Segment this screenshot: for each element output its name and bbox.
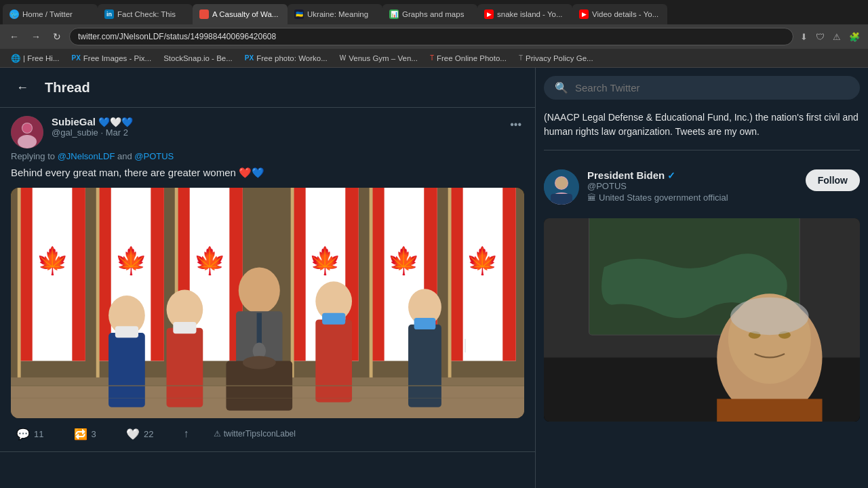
tweet-author-row: SubieGal 💙🤍💙 @gal_subie · Mar 2 ••• — [11, 116, 524, 148]
svg-point-43 — [239, 267, 280, 313]
shield-icon[interactable]: 🛡 — [813, 30, 827, 43]
follow-button[interactable]: Follow — [806, 169, 860, 191]
tweet-container: SubieGal 💙🤍💙 @gal_subie · Mar 2 ••• Repl… — [0, 108, 535, 452]
more-options-button[interactable]: ••• — [507, 116, 524, 134]
svg-text:🍁: 🍁 — [466, 245, 499, 277]
tab-casualty[interactable]: A Casualty of Wa... — [193, 4, 288, 24]
search-bar[interactable]: 🔍 — [544, 76, 860, 100]
bookmark-1[interactable]: 🌐 | Free Hi... — [5, 52, 64, 64]
heart-icon: 🤍 — [126, 428, 140, 441]
thread-title: Thread — [45, 80, 90, 96]
svg-rect-14 — [151, 188, 164, 361]
profile-meta: 🏛 United States government official — [587, 192, 797, 203]
reply-count: 11 — [34, 429, 43, 439]
bookmark-privacy[interactable]: T Privacy Policy Ge... — [513, 53, 599, 64]
tweet-avatar[interactable] — [11, 116, 43, 148]
tab-linkedin-label: Fact Check: This — [117, 10, 176, 18]
tips-label: ⚠ twitterTipsIconLabel — [214, 429, 296, 439]
like-button[interactable]: 🤍 22 — [121, 425, 159, 443]
svg-point-72 — [730, 298, 808, 335]
bookmark-freephoto-favicon: PX — [245, 54, 254, 62]
bookmark-venus[interactable]: W Venus Gym – Ven... — [334, 53, 423, 64]
extensions-icon[interactable]: 🧩 — [846, 30, 863, 43]
forward-button[interactable]: → — [27, 30, 45, 43]
alert-icon[interactable]: ⚠ — [830, 30, 844, 43]
share-button[interactable]: ↑ — [178, 425, 195, 443]
bookmark-1-favicon: 🌐 — [11, 54, 20, 63]
reload-button[interactable]: ↻ — [49, 30, 65, 43]
author-hearts: 💙🤍💙 — [98, 117, 133, 127]
graphs-tab-favicon: 📊 — [389, 9, 399, 19]
svg-rect-51 — [315, 319, 352, 402]
tab-snake[interactable]: ▶ snake island - Yo... — [477, 4, 572, 24]
svg-rect-42 — [173, 322, 196, 333]
tweet-text: Behind every great man, there are greate… — [11, 165, 524, 181]
tab-twitter[interactable]: 🐦 Home / Twitter — [3, 4, 98, 24]
search-input[interactable] — [575, 82, 849, 94]
tab-video-label: Video details - Yo... — [592, 10, 658, 18]
reply-to-jnelson[interactable]: @JNelsonLDF — [58, 151, 115, 161]
bookmark-pixabay-label: Free Images - Pix... — [83, 54, 151, 62]
ukraine-tab-favicon: 🇺🇦 — [294, 9, 304, 19]
bookmark-1-label: | Free Hi... — [23, 54, 59, 62]
share-icon: ↑ — [184, 428, 189, 440]
bookmarks-bar: 🌐 | Free Hi... PX Free Images - Pix... S… — [0, 49, 868, 68]
profile-name: President Biden ✓ — [587, 169, 797, 181]
back-thread-button[interactable]: ← — [11, 76, 34, 99]
video-preview[interactable] — [544, 218, 860, 422]
reply-to: Replying to @JNelsonLDF and @POTUS — [11, 151, 524, 161]
tab-casualty-label: A Casualty of Wa... — [212, 10, 278, 18]
bio-text: (NAACP Legal Defense & Educational Fund,… — [544, 110, 860, 150]
bookmark-online-photo[interactable]: T Free Online Photo... — [425, 53, 512, 64]
video-svg — [544, 218, 860, 422]
profile-info: President Biden ✓ @POTUS 🏛 United States… — [587, 169, 797, 203]
tab-video[interactable]: ▶ Video details - Yo... — [572, 4, 667, 24]
nav-icons: ⬇ 🛡 ⚠ 🧩 — [797, 30, 863, 43]
svg-rect-23 — [292, 188, 306, 361]
bookmark-online-photo-label: Free Online Photo... — [437, 54, 507, 62]
press-conf-svg: 🍁 🍁 � — [11, 188, 524, 418]
svg-rect-62 — [551, 194, 572, 205]
svg-rect-69 — [717, 399, 822, 422]
profile-avatar[interactable] — [544, 169, 579, 205]
svg-rect-54 — [408, 324, 441, 407]
tab-graphs[interactable]: 📊 Graphs and maps — [382, 4, 477, 24]
press-conf-image: 🍁 🍁 � — [11, 188, 524, 418]
profile-card: President Biden ✓ @POTUS 🏛 United States… — [544, 161, 860, 213]
author-name: SubieGal 💙🤍💙 — [52, 116, 499, 127]
tab-linkedin[interactable]: in Fact Check: This — [98, 4, 193, 24]
svg-rect-31 — [370, 188, 373, 378]
right-panel: 🔍 (NAACP Legal Defense & Educational Fun… — [536, 68, 868, 488]
svg-rect-38 — [108, 332, 145, 407]
svg-rect-28 — [371, 188, 384, 361]
back-button[interactable]: ← — [5, 30, 23, 43]
download-icon[interactable]: ⬇ — [797, 30, 810, 43]
tab-ukraine-label: Ukraine: Meaning — [307, 10, 368, 18]
tweet-panel: ← Thread SubieGal 💙🤍💙 — [0, 68, 536, 488]
bookmark-privacy-favicon: T — [519, 54, 523, 62]
tweet-image[interactable]: 🍁 🍁 � — [11, 188, 524, 418]
svg-text:🍁: 🍁 — [309, 245, 342, 277]
tips-icon: ⚠ — [214, 429, 221, 439]
tab-ukraine[interactable]: 🇺🇦 Ukraine: Meaning — [288, 4, 382, 24]
url-bar[interactable]: twitter.com/JNelsonLDF/status/1499884400… — [69, 28, 793, 45]
search-icon: 🔍 — [555, 81, 568, 94]
svg-rect-16 — [96, 188, 100, 378]
bookmark-pixabay[interactable]: PX Free Images - Pix... — [66, 53, 157, 64]
author-info: SubieGal 💙🤍💙 @gal_subie · Mar 2 — [52, 116, 499, 138]
svg-point-3 — [22, 123, 32, 133]
svg-rect-52 — [322, 312, 345, 324]
bookmark-stocksnap[interactable]: StockSnap.io - Be... — [158, 53, 238, 64]
svg-rect-26 — [291, 188, 294, 378]
reply-to-potus[interactable]: @POTUS — [134, 151, 174, 161]
tab-twitter-label: Home / Twitter — [22, 10, 73, 18]
retweet-button[interactable]: 🔁 3 — [68, 425, 102, 443]
reply-button[interactable]: 💬 11 — [11, 425, 49, 443]
svg-rect-55 — [414, 317, 436, 329]
bookmark-venus-favicon: W — [340, 54, 346, 62]
bookmark-freephoto[interactable]: PX Free photo: Worko... — [239, 53, 333, 64]
svg-text:🍁: 🍁 — [36, 245, 69, 277]
snake-tab-favicon: ▶ — [484, 9, 494, 19]
biden-avatar-svg — [544, 169, 579, 205]
svg-text:🍁: 🍁 — [115, 245, 148, 277]
